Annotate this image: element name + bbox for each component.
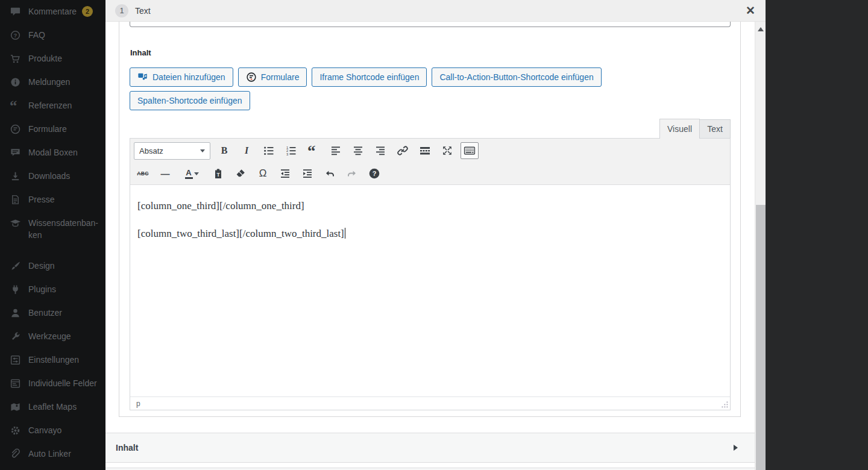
sidebar-item-kommentare[interactable]: Kommentare 2: [0, 0, 105, 24]
outdent-button[interactable]: [276, 165, 294, 182]
sidebar-item-canvayo[interactable]: Canvayo: [0, 419, 105, 442]
plugin-icon: [10, 284, 21, 295]
sidebar-item-werkzeuge[interactable]: Werkzeuge: [0, 325, 105, 348]
paste-as-text-button[interactable]: T: [209, 165, 227, 182]
special-character-button[interactable]: Ω: [254, 165, 272, 182]
admin-sidebar: Kommentare 2 ? FAQ Produkte Meldungen “ …: [0, 0, 105, 470]
align-left-button[interactable]: [327, 142, 345, 159]
element-path[interactable]: p: [136, 400, 140, 408]
read-more-icon: [419, 145, 431, 157]
sidebar-item-benutzer[interactable]: Benutzer: [0, 301, 105, 325]
italic-button[interactable]: I: [237, 142, 256, 159]
modal-title: Text: [135, 6, 151, 16]
align-center-icon: [352, 145, 364, 157]
link-button[interactable]: [394, 142, 412, 159]
sidebar-item-label: Referenzen: [28, 99, 72, 111]
formulare-button[interactable]: Formulare: [238, 67, 307, 87]
title-input-partial[interactable]: [130, 22, 731, 27]
chevron-down-icon: [200, 149, 205, 152]
iframe-shortcode-button[interactable]: Iframe Shortcode einfügen: [312, 67, 427, 87]
download-icon: [10, 171, 21, 182]
bold-button[interactable]: B: [215, 142, 233, 159]
scrollbar-thumb[interactable]: [756, 205, 766, 470]
svg-text:“: “: [307, 145, 316, 157]
modal-panel: 1 Text ✕ Inhalt Dateien hinzufügen Formu…: [105, 0, 766, 470]
blockquote-icon: “: [307, 145, 319, 157]
sidebar-item-individuelle-felder[interactable]: Individuelle Felder: [0, 372, 105, 395]
chevron-down-icon: [194, 172, 199, 175]
omega-icon: Ω: [259, 168, 267, 180]
next-section-edge: [105, 468, 755, 470]
sidebar-item-modal-boxen[interactable]: Modal Boxen: [0, 141, 105, 164]
comments-icon: [10, 6, 21, 17]
sidebar-item-formulare[interactable]: Formulare: [0, 118, 105, 141]
help-button[interactable]: ?: [365, 165, 383, 182]
text-cursor: [345, 228, 346, 239]
keyboard-toggle-button[interactable]: [461, 142, 479, 159]
user-icon: [10, 307, 21, 319]
blockquote-button[interactable]: “: [304, 142, 322, 159]
sidebar-item-design[interactable]: Design: [0, 254, 105, 278]
formidable-icon: [10, 124, 21, 135]
sidebar-item-plugins[interactable]: Plugins: [0, 278, 105, 301]
sidebar-item-presse[interactable]: Presse: [0, 188, 105, 212]
sidebar-item-label: Canvayo: [28, 424, 61, 436]
tab-text[interactable]: Text: [699, 119, 731, 138]
format-select[interactable]: Absatz: [134, 142, 210, 160]
close-icon[interactable]: ✕: [743, 3, 758, 19]
align-right-button[interactable]: [371, 142, 389, 159]
sidebar-item-label: Produkte: [28, 52, 62, 64]
sidebar-item-downloads[interactable]: Downloads: [0, 164, 105, 188]
chevron-right-icon: [734, 445, 738, 451]
modal-header: 1 Text ✕: [105, 0, 766, 22]
redo-button[interactable]: [343, 165, 361, 182]
sidebar-item-label: Modal Boxen: [28, 146, 78, 158]
scroll-up-arrow[interactable]: [758, 27, 764, 31]
resize-grip-icon[interactable]: [722, 401, 728, 408]
sidebar-item-leaflet-maps[interactable]: Leaflet Maps: [0, 395, 105, 419]
align-left-icon: [330, 145, 342, 157]
text-color-button[interactable]: A: [178, 165, 205, 182]
tab-visuell[interactable]: Visuell: [659, 119, 700, 139]
sidebar-item-wissensdatenbanken[interactable]: Wissensdatenban-ken: [0, 212, 105, 247]
content-field-box: Inhalt Dateien hinzufügen Formulare Ifra…: [119, 22, 741, 417]
sidebar-item-faq[interactable]: ? FAQ: [0, 24, 105, 47]
modal-overlay[interactable]: [766, 0, 868, 470]
sidebar-item-label: Downloads: [28, 170, 70, 182]
undo-button[interactable]: [321, 165, 339, 182]
add-media-button[interactable]: Dateien hinzufügen: [130, 67, 233, 87]
align-center-button[interactable]: [349, 142, 367, 159]
modal-box-icon: [10, 147, 21, 158]
cta-shortcode-button[interactable]: Call-to-Action-Button-Shortcode einfügen: [432, 67, 601, 87]
sidebar-item-label: Design: [28, 260, 55, 272]
fullscreen-button[interactable]: [438, 142, 456, 159]
sidebar-item-auto-linker[interactable]: Auto Linker: [0, 442, 105, 466]
shortcode-button-row-1: Dateien hinzufügen Formulare Iframe Shor…: [130, 67, 602, 87]
strikethrough-button[interactable]: ABC: [134, 165, 152, 182]
sidebar-item-einstellungen[interactable]: Einstellungen: [0, 348, 105, 372]
sidebar-item-meldungen[interactable]: Meldungen: [0, 70, 105, 94]
fullscreen-icon: [441, 145, 453, 157]
editor-toolbar-row-1: Absatz B I 123 “: [130, 139, 730, 163]
clear-formatting-button[interactable]: [231, 165, 250, 182]
sidebar-item-produkte[interactable]: Produkte: [0, 47, 105, 70]
accordion-label: Inhalt: [116, 443, 138, 453]
text-color-icon: A: [185, 169, 193, 179]
undo-icon: [324, 168, 336, 180]
indent-button[interactable]: [298, 165, 316, 182]
bulleted-list-icon: [263, 145, 275, 157]
redo-icon: [346, 168, 358, 180]
accordion-inhalt[interactable]: Inhalt: [105, 433, 755, 463]
editor-content[interactable]: [column_one_third][/column_one_third] [c…: [130, 185, 730, 396]
read-more-button[interactable]: [416, 142, 434, 159]
graduation-cap-icon: [10, 218, 21, 229]
bulleted-list-button[interactable]: [260, 142, 278, 159]
scrollbar[interactable]: [755, 22, 766, 470]
outdent-icon: [279, 168, 291, 180]
sidebar-item-referenzen[interactable]: “ Referenzen: [0, 94, 105, 118]
horizontal-rule-button[interactable]: —: [156, 165, 174, 182]
wysiwyg-editor: Absatz B I 123 “ ABC — A: [130, 138, 731, 410]
numbered-list-button[interactable]: 123: [282, 142, 300, 159]
spalten-shortcode-button[interactable]: Spalten-Shortcode einfügen: [130, 91, 250, 110]
gear-icon: [10, 425, 21, 436]
